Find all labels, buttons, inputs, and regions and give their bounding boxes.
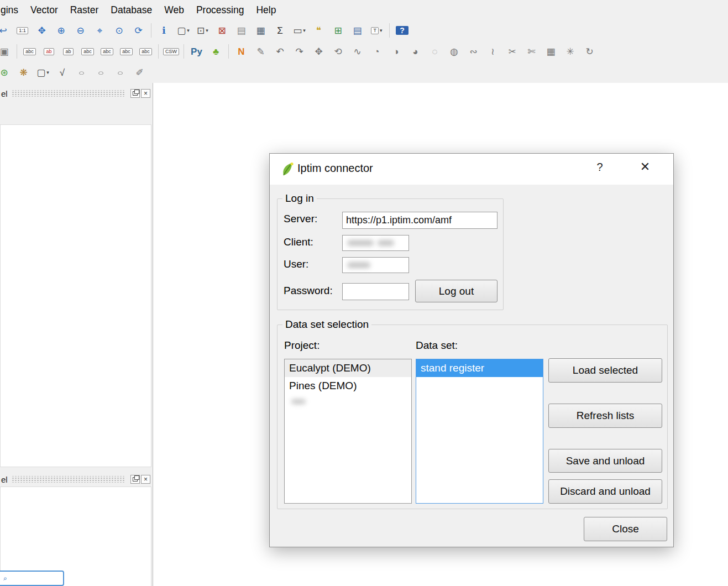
fill-ring-button[interactable]: ◕ <box>406 43 425 60</box>
menu-raster[interactable]: Raster <box>64 2 105 19</box>
server-input[interactable] <box>342 212 497 229</box>
check-geometry-button[interactable]: √ <box>53 64 71 81</box>
password-input[interactable] <box>342 283 409 300</box>
panel-float-button[interactable] <box>130 89 140 98</box>
help-button[interactable]: ? <box>393 22 411 39</box>
style-brush-button[interactable]: ✐ <box>130 64 149 81</box>
label-pin-button[interactable]: ab <box>59 43 77 60</box>
text-annotation-dropdown-icon[interactable]: ▾ <box>380 28 383 33</box>
csw-button[interactable]: CSW <box>162 43 180 60</box>
undo-button[interactable]: ↶ <box>271 43 289 60</box>
label-properties-button[interactable]: abc <box>137 43 155 60</box>
zoom-full-button[interactable]: ✥ <box>33 22 51 39</box>
menu-help[interactable]: Help <box>250 2 282 19</box>
paste-features-button[interactable]: ▣ <box>0 43 13 60</box>
split-parts-button[interactable]: ✄ <box>522 43 541 60</box>
layer-effects-button[interactable]: ❋ <box>14 64 33 81</box>
save-and-unload-button[interactable]: Save and unload <box>548 449 662 473</box>
dataset-list[interactable]: stand register <box>416 359 543 504</box>
panel-float-button[interactable] <box>130 475 140 484</box>
measure-dropdown-icon[interactable]: ▾ <box>303 28 306 33</box>
new-bookmark-button[interactable]: ⊞ <box>329 22 347 39</box>
close-button[interactable]: Close <box>584 517 667 541</box>
client-input[interactable] <box>342 235 409 251</box>
metasearch-button[interactable]: ⊛ <box>0 64 13 81</box>
zoom-to-selection-button[interactable]: ⌖ <box>91 22 109 39</box>
panel-grip[interactable] <box>12 90 125 97</box>
new-layer-button[interactable]: N <box>232 43 250 60</box>
identify-features-button[interactable]: ℹ <box>155 22 173 39</box>
annotation-shape3-button[interactable]: ○ <box>111 64 129 81</box>
zoom-to-layer-button[interactable]: ⊙ <box>110 22 128 39</box>
annotation-shape-button[interactable]: ○ <box>72 64 91 81</box>
redo-button[interactable]: ↷ <box>290 43 308 60</box>
label-rotate-button[interactable]: abc <box>117 43 135 60</box>
add-part-button[interactable]: ◑ <box>387 43 405 60</box>
zoom-to-layer-icon: ⊙ <box>115 26 123 35</box>
select-features-button[interactable]: ▢▾ <box>174 22 192 39</box>
statistics-button[interactable]: ▦ <box>252 22 270 39</box>
add-ring-button[interactable]: ◔ <box>368 43 386 60</box>
delete-part-button[interactable]: ◍ <box>445 43 463 60</box>
rotate-feature-button[interactable]: ⟲ <box>329 43 347 60</box>
open-attribute-table-button[interactable]: ▤ <box>232 22 250 39</box>
menu-processing[interactable]: Processing <box>190 2 250 19</box>
dialog-help-button[interactable]: ? <box>592 161 607 174</box>
rotate-point-button[interactable]: ↻ <box>580 43 599 60</box>
user-input[interactable] <box>342 257 409 273</box>
zoom-last-button[interactable]: ↩ <box>0 22 12 39</box>
panel-close-button[interactable]: × <box>141 475 150 484</box>
reshape-features-button[interactable]: ∾ <box>464 43 483 60</box>
dialog-titlebar[interactable]: Iptim connector ? ✕ <box>270 154 673 185</box>
login-group-legend: Log in <box>282 192 317 205</box>
select-features-dropdown-icon[interactable]: ▾ <box>187 28 190 33</box>
zoom-native-button[interactable]: 1:1 <box>13 22 32 39</box>
move-feature-button[interactable]: ✥ <box>310 43 328 60</box>
panel-close-button[interactable]: × <box>141 89 150 98</box>
delete-ring-button[interactable]: ◌ <box>426 43 444 60</box>
deselect-features-button[interactable]: ⊠ <box>213 22 231 39</box>
list-item[interactable]: Pines (DEMO) <box>285 377 411 395</box>
map-refresh-button[interactable]: ⟳ <box>129 22 148 39</box>
merge-features-button[interactable]: ▦ <box>542 43 560 60</box>
annotation-shape2-button[interactable]: ○ <box>92 64 110 81</box>
menu-vector[interactable]: Vector <box>24 2 64 19</box>
list-item[interactable]: stand register <box>416 359 543 377</box>
dialog-close-icon[interactable]: ✕ <box>636 160 654 174</box>
select-tool-dropdown-icon[interactable]: ▾ <box>46 70 49 75</box>
list-item[interactable]: Eucalypt (DEMO) <box>285 359 411 377</box>
discard-and-unload-button[interactable]: Discard and unload <box>548 479 662 504</box>
text-annotation-button[interactable]: T▾ <box>368 22 386 39</box>
status-search-box[interactable]: ⌕ <box>0 571 64 586</box>
panel-grip[interactable] <box>12 476 125 483</box>
simplify-feature-button[interactable]: ∿ <box>348 43 366 60</box>
menu-plugins[interactable]: gins <box>0 2 24 19</box>
sum-button[interactable]: Σ <box>271 22 289 39</box>
python-console-button[interactable]: Py <box>187 43 206 60</box>
zoom-out-button[interactable]: ⊖ <box>71 22 90 39</box>
load-selected-button[interactable]: Load selected <box>548 358 662 383</box>
refresh-lists-button[interactable]: Refresh lists <box>548 404 662 428</box>
menu-web[interactable]: Web <box>158 2 190 19</box>
map-tips-button[interactable]: ❝ <box>310 22 328 39</box>
show-bookmarks-button[interactable]: ▤ <box>348 22 366 39</box>
vertex-tool-button[interactable]: ✳ <box>561 43 579 60</box>
offset-curve-button[interactable]: ≀ <box>484 43 502 60</box>
label-toggle-button[interactable]: abc <box>78 43 97 60</box>
select-tool-button[interactable]: ▢▾ <box>34 64 52 81</box>
ink-tool-button[interactable]: ✎ <box>252 43 270 60</box>
menu-database[interactable]: Database <box>104 2 158 19</box>
measure-button[interactable]: ▭▾ <box>290 22 308 39</box>
select-by-expression-dropdown-icon[interactable]: ▾ <box>206 28 208 33</box>
layers-panel-body[interactable] <box>0 124 151 467</box>
label-move-button[interactable]: abc <box>98 43 116 60</box>
zoom-in-button[interactable]: ⊕ <box>52 22 70 39</box>
select-by-expression-button[interactable]: ⊡▾ <box>193 22 212 39</box>
label-button[interactable]: abc <box>20 43 39 60</box>
logout-button[interactable]: Log out <box>415 280 497 302</box>
project-list[interactable]: Eucalypt (DEMO)Pines (DEMO) <box>284 359 412 504</box>
split-features-button[interactable]: ✂ <box>503 43 521 60</box>
label-selected-button[interactable]: ab <box>40 43 58 60</box>
add-ring-icon: ◔ <box>374 47 379 56</box>
plugin-manager-button[interactable]: ♣ <box>207 43 225 60</box>
